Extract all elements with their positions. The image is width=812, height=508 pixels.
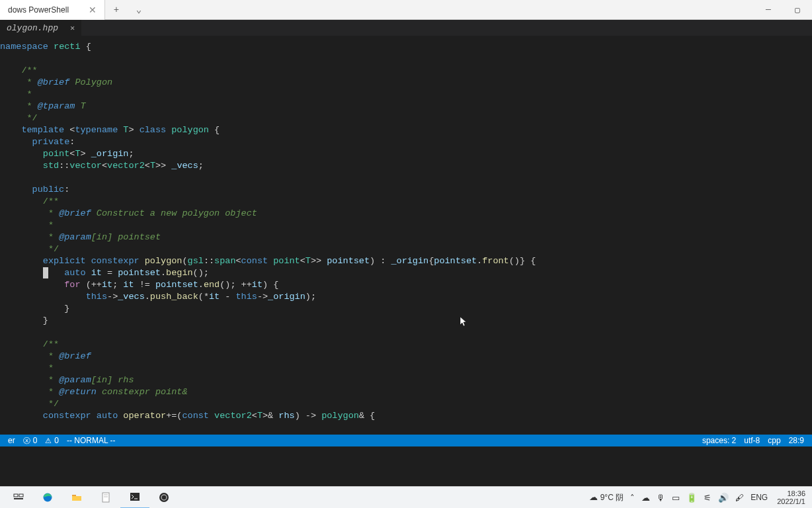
warning-icon: ⚠ — [45, 437, 52, 445]
status-position[interactable]: 28:9 — [785, 436, 808, 445]
svg-rect-2 — [14, 498, 23, 499]
ime-language[interactable]: ENG — [751, 493, 768, 502]
maximize-button[interactable]: ▢ — [783, 5, 812, 15]
svg-rect-4 — [72, 495, 76, 496]
cursor — [43, 267, 48, 278]
system-tray: ☁ 9°C 阴 ˄ ☁ 🎙 ▭ 🔋 ⚟ 🔊 🖋 ENG 18:36 2022/1… — [589, 489, 808, 505]
notepad-icon[interactable] — [91, 487, 120, 509]
meet-now-icon[interactable]: ▭ — [672, 493, 680, 503]
code-editor[interactable]: namespace recti { /** * @brief Polygon *… — [0, 36, 812, 435]
status-warnings[interactable]: ⚠0 — [41, 436, 63, 445]
weather-icon: ☁ — [589, 492, 598, 502]
svg-rect-5 — [102, 493, 109, 502]
onedrive-icon[interactable]: ☁ — [641, 493, 650, 503]
svg-point-10 — [159, 493, 169, 502]
status-spaces[interactable]: spaces: 2 — [698, 436, 740, 445]
svg-rect-0 — [14, 494, 18, 497]
status-bar: er ⓧ0 ⚠0 -- NORMAL -- spaces: 2 utf-8 cp… — [0, 435, 812, 446]
new-tab-button[interactable]: + — [105, 5, 128, 15]
status-encoding[interactable]: utf-8 — [740, 436, 764, 445]
close-tab-icon[interactable]: ✕ — [89, 5, 97, 15]
ime-icon[interactable]: 🖋 — [735, 493, 744, 503]
terminal-app-icon[interactable] — [120, 487, 149, 509]
editor-tab-polygon[interactable]: olygon.hpp ✕ — [0, 20, 81, 36]
error-icon: ⓧ — [23, 436, 30, 446]
vim-mode: -- NORMAL -- — [63, 436, 120, 445]
obs-icon[interactable] — [149, 487, 179, 509]
wifi-icon[interactable]: ⚟ — [704, 493, 711, 503]
task-view-icon[interactable] — [4, 487, 33, 509]
status-errors[interactable]: ⓧ0 — [19, 436, 42, 446]
tab-dropdown-button[interactable]: ⌄ — [128, 4, 150, 15]
editor-tab-label: olygon.hpp — [7, 23, 58, 33]
editor-tabstrip: olygon.hpp ✕ — [0, 20, 812, 36]
battery-icon[interactable]: 🔋 — [686, 493, 697, 503]
status-language[interactable]: cpp — [764, 436, 784, 445]
volume-icon[interactable]: 🔊 — [718, 493, 729, 503]
microphone-icon[interactable]: 🎙 — [657, 493, 665, 503]
terminal-area[interactable] — [0, 446, 812, 486]
terminal-tab-label: dows PowerShell — [8, 5, 69, 15]
edge-browser-icon[interactable] — [33, 487, 62, 509]
svg-rect-8 — [130, 493, 140, 501]
file-explorer-icon[interactable] — [62, 487, 91, 509]
terminal-tab[interactable]: dows PowerShell ✕ — [0, 0, 105, 20]
close-editor-tab-icon[interactable]: ✕ — [70, 23, 75, 33]
status-left[interactable]: er — [4, 436, 19, 445]
windows-taskbar: ☁ 9°C 阴 ˄ ☁ 🎙 ▭ 🔋 ⚟ 🔊 🖋 ENG 18:36 2022/1… — [0, 486, 812, 508]
mouse-pointer — [459, 316, 469, 329]
window-titlebar: dows PowerShell ✕ + ⌄ — ▢ — [0, 0, 812, 20]
weather-widget[interactable]: ☁ 9°C 阴 — [589, 492, 624, 503]
svg-rect-1 — [19, 494, 23, 497]
taskbar-clock[interactable]: 18:36 2022/1/1 — [774, 489, 808, 505]
minimize-button[interactable]: — — [754, 5, 783, 15]
tray-chevron-up-icon[interactable]: ˄ — [630, 493, 635, 503]
